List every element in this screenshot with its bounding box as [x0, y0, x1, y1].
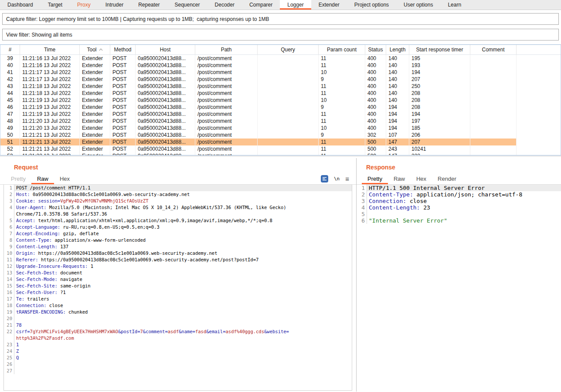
- table-row[interactable]: 4611:21:19 13 Jul 2022ExtenderPOST0a9500…: [0, 104, 517, 111]
- editor-line-text: Accept: text/html,application/xhtml+xml,…: [14, 217, 352, 224]
- line-number: 14: [4, 276, 14, 283]
- tab-hex[interactable]: Hex: [54, 173, 75, 184]
- line-number: 6: [358, 217, 367, 224]
- table-row[interactable]: 5211:21:21 13 Jul 2022ExtenderPOST0a9500…: [0, 145, 517, 152]
- cell-status: 400: [365, 55, 386, 62]
- cell-method: POST: [110, 104, 136, 111]
- menu-item-logger[interactable]: Logger: [280, 0, 311, 10]
- table-row[interactable]: 4211:21:17 13 Jul 2022ExtenderPOST0a9500…: [0, 76, 517, 83]
- cell-param-count: 11: [319, 152, 365, 155]
- table-row[interactable]: 4111:21:17 13 Jul 2022ExtenderPOST0a9500…: [0, 69, 517, 76]
- editor-line: 6"Internal Server Error": [358, 217, 561, 224]
- table-row[interactable]: 5311:21:22 13 Jul 2022ExtenderPOST0a9500…: [0, 152, 517, 155]
- column-header-host[interactable]: Host: [136, 45, 195, 54]
- editor-line: Chrome/71.0.3578.98 Safari/537.36: [4, 211, 352, 217]
- table-row[interactable]: 4411:21:18 13 Jul 2022ExtenderPOST0a9500…: [0, 90, 517, 97]
- menu-item-extender[interactable]: Extender: [311, 0, 347, 10]
- menu-item-target[interactable]: Target: [41, 0, 70, 10]
- column-header-time[interactable]: Time: [20, 45, 80, 54]
- cell-param-count: 11: [319, 55, 365, 62]
- editor-line-text: HTTP/1.1 500 Internal Server Error: [367, 185, 561, 191]
- editor-line-text: [14, 368, 352, 374]
- editor-menu-icon[interactable]: ≡: [345, 176, 349, 182]
- cell-time: 11:21:19 13 Jul 2022: [20, 97, 80, 104]
- editor-line-text: Chrome/71.0.3578.98 Safari/537.36: [14, 211, 352, 217]
- column-header-param-count[interactable]: Param count: [319, 45, 365, 54]
- menu-item-decoder[interactable]: Decoder: [207, 0, 242, 10]
- menu-item-project-options[interactable]: Project options: [347, 0, 396, 10]
- tab-raw[interactable]: Raw: [31, 173, 54, 184]
- menu-item-user-options[interactable]: User options: [396, 0, 440, 10]
- column-header-label: Length: [390, 47, 406, 53]
- editor-line: 17Te: trailers: [4, 296, 352, 302]
- cell-query: [258, 97, 319, 104]
- request-editor[interactable]: 1POST /post/comment HTTP/1.12Host: 0a950…: [3, 185, 352, 391]
- cell-path: /post/comment: [195, 69, 258, 76]
- menu-item-learn[interactable]: Learn: [440, 0, 469, 10]
- cell-query: [258, 83, 319, 90]
- menu-item-comparer[interactable]: Comparer: [242, 0, 280, 10]
- column-header-num[interactable]: #: [0, 45, 20, 54]
- editor-line-text: http%3A%2F%2Fasdf.com: [14, 335, 352, 341]
- table-row[interactable]: 4311:21:18 13 Jul 2022ExtenderPOST0a9500…: [0, 83, 517, 90]
- tab-raw[interactable]: Raw: [388, 173, 411, 184]
- table-row[interactable]: 5011:21:21 13 Jul 2022ExtenderPOST0a9500…: [0, 132, 517, 139]
- menu-item-dashboard[interactable]: Dashboard: [0, 0, 41, 10]
- column-header-label: #: [9, 47, 12, 53]
- capture-filter-bar[interactable]: Capture filter: Logger memory limit set …: [2, 13, 559, 25]
- column-header-query[interactable]: Query: [258, 45, 319, 54]
- view-filter-bar[interactable]: View filter: Showing all items: [2, 29, 559, 41]
- table-row[interactable]: 4511:21:19 13 Jul 2022ExtenderPOST0a9500…: [0, 97, 517, 104]
- request-tabbar: PrettyRawHex \n ≡: [0, 173, 356, 185]
- table-row-selected[interactable]: 5111:21:21 13 Jul 2022ExtenderPOST0a9500…: [0, 139, 517, 145]
- response-editor[interactable]: 1HTTP/1.1 500 Internal Server Error2Cont…: [358, 185, 561, 392]
- cell-num: 48: [0, 118, 20, 125]
- cell-host: 0a9500020413d88...: [136, 104, 195, 111]
- column-header-method[interactable]: Method: [110, 45, 136, 54]
- cell-tool: Extender: [80, 76, 110, 83]
- column-header-comment[interactable]: Comment: [470, 45, 517, 54]
- tab-hex[interactable]: Hex: [411, 173, 432, 184]
- tab-pretty[interactable]: Pretty: [362, 173, 388, 184]
- table-row[interactable]: 4911:21:20 13 Jul 2022ExtenderPOST0a9500…: [0, 125, 517, 132]
- table-row[interactable]: 4011:21:16 13 Jul 2022ExtenderPOST0a9500…: [0, 62, 517, 69]
- cell-start-response-timer: 207: [409, 139, 470, 145]
- menu-item-intruder[interactable]: Intruder: [98, 0, 131, 10]
- cell-path: /post/comment: [195, 104, 258, 111]
- cell-tool: Extender: [80, 55, 110, 62]
- pretty-print-icon[interactable]: [321, 175, 328, 182]
- cell-comment: [470, 97, 517, 104]
- table-row[interactable]: 4811:21:20 13 Jul 2022ExtenderPOST0a9500…: [0, 118, 517, 125]
- column-header-tool[interactable]: Tool: [80, 45, 110, 54]
- cell-host: 0a9500020413d88...: [136, 118, 195, 125]
- tab-pretty[interactable]: Pretty: [5, 173, 31, 184]
- table-row[interactable]: 3911:21:16 13 Jul 2022ExtenderPOST0a9500…: [0, 55, 517, 62]
- cell-method: POST: [110, 145, 136, 152]
- column-header-start-response-timer[interactable]: Start response timer: [409, 45, 470, 54]
- table-body[interactable]: 3911:21:16 13 Jul 2022ExtenderPOST0a9500…: [0, 55, 561, 155]
- line-number: 5: [358, 211, 367, 217]
- line-number: 22: [4, 328, 14, 335]
- cell-start-response-timer: 207: [409, 76, 470, 83]
- newline-toggle-icon[interactable]: \n: [334, 176, 340, 182]
- menu-item-proxy[interactable]: Proxy: [70, 0, 98, 10]
- editor-line: 14Sec-Fetch-Mode: navigate: [4, 276, 352, 283]
- column-header-status[interactable]: Status: [365, 45, 386, 54]
- cell-query: [258, 125, 319, 132]
- column-header-length[interactable]: Length: [386, 45, 409, 54]
- cell-tool: Extender: [80, 97, 110, 104]
- editor-line-text: Connection: close: [367, 198, 561, 204]
- column-header-path[interactable]: Path: [195, 45, 258, 54]
- editor-line: 5Accept: text/html,application/xhtml+xml…: [4, 217, 352, 224]
- editor-line: 12Upgrade-Insecure-Requests: 1: [4, 263, 352, 270]
- cell-num: 49: [0, 125, 20, 132]
- editor-line: 2Content-Type: application/json; charset…: [358, 191, 561, 198]
- table-row[interactable]: 4711:21:19 13 Jul 2022ExtenderPOST0a9500…: [0, 111, 517, 118]
- menu-item-sequencer[interactable]: Sequencer: [167, 0, 207, 10]
- menu-item-repeater[interactable]: Repeater: [131, 0, 167, 10]
- line-number: 4: [358, 204, 367, 211]
- tab-render[interactable]: Render: [432, 173, 462, 184]
- cell-param-count: 9: [319, 104, 365, 111]
- cell-host: 0a9500020413d88...: [136, 69, 195, 76]
- editor-line-text: Upgrade-Insecure-Requests: 1: [14, 263, 352, 270]
